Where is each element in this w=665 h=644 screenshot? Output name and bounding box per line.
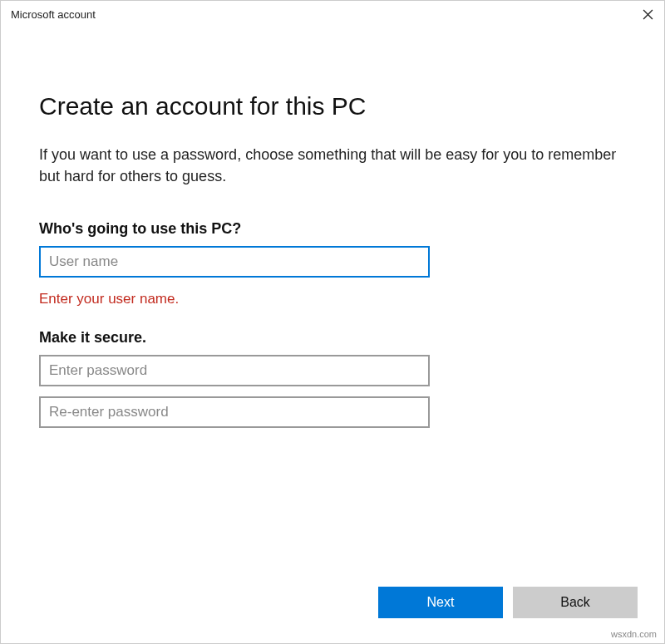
password-label: Make it secure. <box>39 329 626 347</box>
footer-buttons: Next Back <box>1 587 664 643</box>
username-input[interactable] <box>39 246 430 278</box>
username-label: Who's going to use this PC? <box>39 220 626 238</box>
watermark: wsxdn.com <box>611 629 657 639</box>
window-title: Microsoft account <box>11 8 96 21</box>
content-area: Create an account for this PC If you wan… <box>1 26 664 587</box>
username-error: Enter your user name. <box>39 291 626 307</box>
confirm-password-input[interactable] <box>39 396 430 428</box>
next-button[interactable]: Next <box>378 587 503 618</box>
dialog-window: Microsoft account Create an account for … <box>0 0 665 644</box>
password-input[interactable] <box>39 355 430 386</box>
page-heading: Create an account for this PC <box>39 92 626 120</box>
titlebar: Microsoft account <box>1 1 664 26</box>
close-icon <box>643 9 653 20</box>
page-description: If you want to use a password, choose so… <box>39 144 621 187</box>
close-button[interactable] <box>639 6 656 22</box>
back-button[interactable]: Back <box>513 587 638 618</box>
